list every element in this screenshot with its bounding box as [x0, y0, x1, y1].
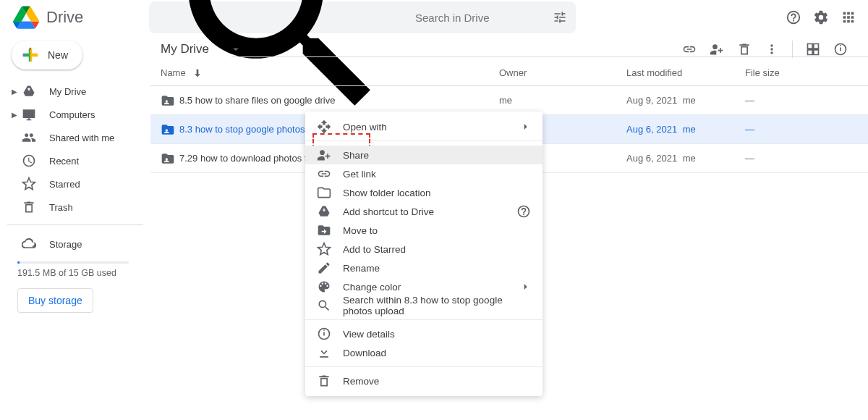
- sidebar-label: Shared with me: [49, 133, 114, 143]
- dropdown-icon: [229, 43, 242, 56]
- ctx-show-location[interactable]: Show folder location: [305, 183, 542, 202]
- new-button[interactable]: New: [12, 41, 82, 70]
- row-size: —: [745, 95, 832, 106]
- selection-toolbar: [682, 41, 858, 58]
- breadcrumb[interactable]: My Drive: [153, 39, 250, 59]
- ctx-label: Add shortcut to Drive: [343, 206, 434, 217]
- ctx-download[interactable]: Download: [305, 343, 542, 362]
- col-name-label: Name: [161, 67, 186, 78]
- row-modified: Aug 6, 2021 me: [626, 153, 745, 164]
- gear-icon[interactable]: [813, 9, 829, 25]
- ctx-rename[interactable]: Rename: [305, 259, 542, 277]
- ctx-separator: [305, 366, 542, 367]
- table-header: Name Owner Last modified File size: [150, 60, 868, 86]
- shortcut-icon: [317, 204, 331, 219]
- grid-view-icon[interactable]: [806, 42, 820, 56]
- drive-icon: [22, 84, 36, 98]
- ctx-share[interactable]: Share: [305, 146, 542, 164]
- person-add-icon: [317, 148, 331, 162]
- ctx-open-with[interactable]: Open with: [305, 117, 542, 136]
- logo[interactable]: Drive: [13, 4, 149, 30]
- col-modified[interactable]: Last modified: [626, 67, 745, 78]
- row-modified: Aug 6, 2021 me: [626, 124, 745, 135]
- row-modified: Aug 9, 2021 me: [626, 95, 745, 106]
- clock-icon: [22, 154, 36, 168]
- sidebar-item-my-drive[interactable]: ▶ My Drive: [7, 80, 143, 103]
- header: Drive: [0, 0, 868, 35]
- row-size: —: [745, 124, 832, 135]
- sidebar-item-shared[interactable]: Shared with me: [7, 126, 143, 149]
- col-size[interactable]: File size: [745, 67, 832, 78]
- buy-storage-button[interactable]: Buy storage: [17, 288, 93, 313]
- sidebar-item-recent[interactable]: Recent: [7, 149, 143, 172]
- help-icon[interactable]: [516, 204, 531, 219]
- ctx-label: Share: [343, 150, 369, 161]
- pencil-icon: [317, 261, 331, 275]
- ctx-label: Download: [343, 348, 386, 358]
- ctx-add-shortcut[interactable]: Add shortcut to Drive: [305, 202, 542, 221]
- move-icon: [317, 223, 331, 238]
- sidebar-item-storage[interactable]: Storage: [7, 232, 143, 256]
- search-options-icon[interactable]: [553, 10, 567, 25]
- folder-shared-icon: [161, 122, 179, 137]
- sidebar-item-starred[interactable]: Starred: [7, 172, 143, 196]
- drive-logo-icon: [13, 4, 39, 30]
- expand-icon[interactable]: ▶: [10, 111, 19, 119]
- folder-shared-icon: [161, 93, 179, 108]
- chevron-right-icon: [519, 281, 531, 293]
- share-icon[interactable]: [710, 42, 724, 56]
- open-with-icon: [317, 119, 331, 134]
- ctx-label: Change color: [343, 282, 401, 293]
- folder-icon: [317, 185, 331, 200]
- ctx-label: View details: [343, 329, 395, 340]
- ctx-separator: [305, 140, 542, 141]
- row-name: 8.5 how to share files on google drive: [179, 95, 499, 106]
- context-menu: Open with Share Get link Show folder loc…: [305, 112, 542, 396]
- ctx-label: Move to: [343, 225, 378, 236]
- sidebar-label: My Drive: [49, 86, 86, 97]
- star-icon: [22, 177, 36, 191]
- ctx-label: Open with: [343, 122, 387, 133]
- container: New ▶ My Drive ▶ Computers Shared with m…: [0, 35, 868, 420]
- delete-icon[interactable]: [737, 42, 752, 56]
- more-icon[interactable]: [765, 42, 779, 56]
- expand-icon[interactable]: ▶: [10, 88, 19, 96]
- col-owner[interactable]: Owner: [499, 67, 626, 78]
- ctx-view-details[interactable]: View details: [305, 324, 542, 343]
- main: My Drive Name Owner Last modified File s…: [150, 35, 868, 420]
- app-title: Drive: [46, 8, 83, 27]
- star-icon: [317, 242, 331, 256]
- table-row[interactable]: 8.5 how to share files on google driveme…: [150, 86, 868, 115]
- sidebar-label: Starred: [49, 179, 80, 190]
- ctx-change-color[interactable]: Change color: [305, 277, 542, 296]
- ctx-get-link[interactable]: Get link: [305, 164, 542, 183]
- help-icon[interactable]: [786, 9, 801, 25]
- header-icons: [786, 9, 859, 25]
- plus-icon: [22, 46, 39, 64]
- sidebar-item-trash[interactable]: Trash: [7, 196, 143, 219]
- ctx-add-star[interactable]: Add to Starred: [305, 240, 542, 259]
- sidebar-label: Storage: [49, 239, 82, 250]
- download-icon: [317, 345, 331, 360]
- sidebar-label: Trash: [49, 202, 73, 213]
- info-icon[interactable]: [833, 42, 848, 56]
- chevron-right-icon: [519, 121, 531, 133]
- sidebar-item-computers[interactable]: ▶ Computers: [7, 103, 143, 126]
- ctx-remove[interactable]: Remove: [305, 371, 542, 390]
- trash-icon: [317, 374, 331, 388]
- search-bar[interactable]: [149, 1, 576, 33]
- ctx-label: Search within 8.3 how to stop google pho…: [343, 295, 531, 316]
- breadcrumb-label: My Drive: [161, 42, 209, 56]
- ctx-label: Get link: [343, 169, 376, 180]
- col-name[interactable]: Name: [161, 67, 499, 79]
- search-input[interactable]: [415, 12, 553, 24]
- computer-icon: [22, 107, 36, 122]
- link-icon[interactable]: [682, 42, 697, 56]
- ctx-separator: [305, 319, 542, 320]
- ctx-move-to[interactable]: Move to: [305, 221, 542, 240]
- row-size: —: [745, 153, 832, 164]
- apps-icon[interactable]: [841, 9, 856, 25]
- ctx-label: Show folder location: [343, 188, 431, 198]
- storage-bar: [17, 261, 129, 264]
- ctx-search-within[interactable]: Search within 8.3 how to stop google pho…: [305, 296, 542, 315]
